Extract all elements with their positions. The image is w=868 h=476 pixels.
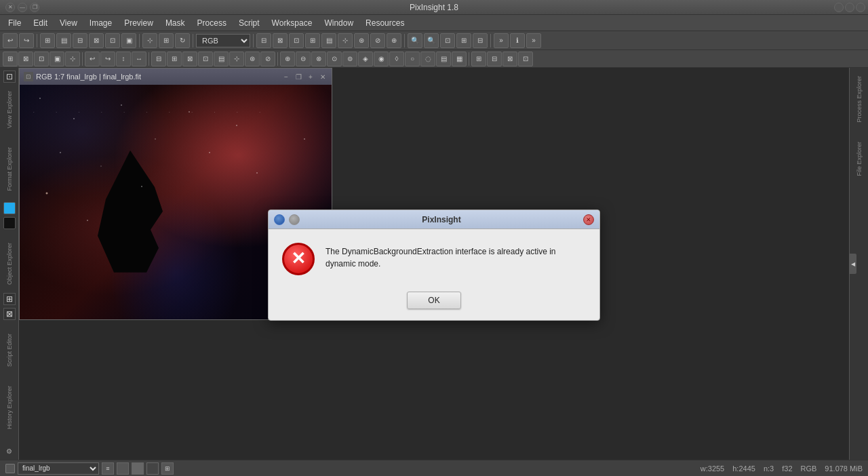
t2-btn-17[interactable]: ⊘ bbox=[260, 52, 275, 66]
t2-btn-25[interactable]: ◊ bbox=[389, 52, 404, 66]
menu-image[interactable]: Image bbox=[84, 17, 117, 29]
t2-btn-4[interactable]: ▣ bbox=[50, 52, 64, 66]
process-explorer-label[interactable]: Process Explorer bbox=[856, 71, 863, 128]
t2-btn-31[interactable]: ⊟ bbox=[487, 52, 502, 66]
menu-script[interactable]: Script bbox=[233, 17, 265, 29]
btn5[interactable]: ▣ bbox=[121, 33, 136, 48]
t2-btn-24[interactable]: ◉ bbox=[374, 52, 389, 66]
t2-btn-10[interactable]: ⊟ bbox=[151, 52, 166, 66]
t2-btn-5[interactable]: ⊹ bbox=[65, 52, 80, 66]
zoom-in-btn[interactable]: 🔍 bbox=[408, 33, 422, 48]
window-restore-btn[interactable]: ❐ bbox=[30, 3, 39, 12]
menu-window[interactable]: Window bbox=[319, 17, 359, 29]
ok-button[interactable]: OK bbox=[407, 292, 461, 309]
t2-btn-32[interactable]: ⊠ bbox=[502, 52, 517, 66]
t2-btn-15[interactable]: ⊹ bbox=[229, 52, 244, 66]
file-explorer-label[interactable]: File Explorer bbox=[856, 136, 863, 182]
t2-btn-29[interactable]: ▦ bbox=[452, 52, 467, 66]
t2-btn-27[interactable]: ◌ bbox=[420, 52, 435, 66]
tb-btn-9[interactable]: ⊞ bbox=[305, 33, 320, 48]
menu-process[interactable]: Process bbox=[192, 17, 232, 29]
t2-btn-9[interactable]: ↔ bbox=[132, 52, 146, 66]
status-btn-1[interactable]: ≡ bbox=[102, 462, 114, 475]
t2-btn-3[interactable]: ⊡ bbox=[34, 52, 49, 66]
menu-preview[interactable]: Preview bbox=[119, 17, 159, 29]
active-image-select[interactable]: final_lrgb bbox=[18, 462, 99, 475]
tb-btn-13[interactable]: ⊘ bbox=[370, 33, 385, 48]
left-icon-2[interactable]: ⊞ bbox=[3, 293, 16, 305]
t2-btn-30[interactable]: ⊞ bbox=[471, 52, 486, 66]
format-explorer-label[interactable]: Format Explorer bbox=[6, 142, 13, 197]
image-restore-btn[interactable]: ❐ bbox=[294, 72, 303, 81]
status-btn-4[interactable] bbox=[146, 462, 159, 475]
rotate-btn[interactable]: ↻ bbox=[175, 33, 190, 48]
dialog-close-button[interactable]: ✕ bbox=[583, 214, 594, 225]
new-image-btn[interactable]: ⊞ bbox=[40, 33, 55, 48]
menu-workspace[interactable]: Workspace bbox=[267, 17, 318, 29]
t2-btn-2[interactable]: ⊠ bbox=[18, 52, 33, 66]
object-explorer-label[interactable]: Object Explorer bbox=[6, 237, 13, 290]
script-editor-label[interactable]: Script Editor bbox=[6, 328, 13, 372]
redo-btn[interactable]: ↪ bbox=[19, 33, 34, 48]
left-icon-3[interactable]: ⊠ bbox=[3, 308, 16, 320]
menu-edit[interactable]: Edit bbox=[28, 17, 53, 29]
t2-btn-12[interactable]: ⊠ bbox=[182, 52, 197, 66]
t2-btn-21[interactable]: ⊙ bbox=[327, 52, 342, 66]
t2-btn-7[interactable]: ↪ bbox=[100, 52, 115, 66]
img-info-btn[interactable]: ℹ bbox=[510, 33, 525, 48]
view-explorer-label[interactable]: View Explorer bbox=[6, 85, 13, 134]
t2-btn-1[interactable]: ⊞ bbox=[3, 52, 18, 66]
image-title-bar[interactable]: ⊡ RGB 1:7 final_lrgb | final_lrgb.fit − … bbox=[20, 68, 332, 85]
select-btn[interactable]: ⊹ bbox=[142, 33, 157, 48]
t2-btn-18[interactable]: ⊕ bbox=[280, 52, 295, 66]
window-minimize-btn[interactable]: — bbox=[18, 3, 27, 12]
tb-btn-7[interactable]: ⊠ bbox=[273, 33, 288, 48]
tb-btn-11[interactable]: ⊹ bbox=[338, 33, 353, 48]
menu-file[interactable]: File bbox=[3, 17, 26, 29]
status-btn-3[interactable] bbox=[132, 462, 144, 475]
tb-btn-12[interactable]: ⊛ bbox=[354, 33, 369, 48]
t2-btn-14[interactable]: ▤ bbox=[214, 52, 229, 66]
right-collapse-arrow[interactable]: ◀ bbox=[850, 254, 856, 274]
zoom-fit-btn[interactable]: ⊡ bbox=[440, 33, 455, 48]
t2-btn-28[interactable]: ▤ bbox=[436, 52, 451, 66]
status-btn-5[interactable]: ⊞ bbox=[161, 462, 174, 475]
win-ctrl-3[interactable] bbox=[856, 3, 865, 12]
t2-btn-13[interactable]: ⊡ bbox=[198, 52, 213, 66]
t2-btn-33[interactable]: ⊡ bbox=[518, 52, 533, 66]
menu-resources[interactable]: Resources bbox=[360, 17, 410, 29]
save-as-btn[interactable]: ⊠ bbox=[89, 33, 104, 48]
tb-btn-8[interactable]: ⊡ bbox=[289, 33, 304, 48]
undo-btn[interactable]: ↩ bbox=[3, 33, 18, 48]
t2-btn-16[interactable]: ⊛ bbox=[245, 52, 260, 66]
t2-btn-23[interactable]: ◈ bbox=[358, 52, 373, 66]
history-explorer-label[interactable]: History Explorer bbox=[6, 380, 13, 435]
menu-mask[interactable]: Mask bbox=[160, 17, 191, 29]
tb-btn-10[interactable]: ▤ bbox=[321, 33, 336, 48]
t2-btn-22[interactable]: ⊚ bbox=[342, 52, 357, 66]
image-close-btn[interactable]: ✕ bbox=[318, 72, 328, 81]
t2-btn-20[interactable]: ⊗ bbox=[311, 52, 326, 66]
t2-btn-8[interactable]: ↕ bbox=[116, 52, 131, 66]
image-minimize-btn[interactable]: − bbox=[281, 72, 291, 81]
tb-btn-6[interactable]: ⊟ bbox=[256, 33, 271, 48]
zoom-1-btn[interactable]: ⊞ bbox=[456, 33, 471, 48]
menu-view[interactable]: View bbox=[54, 17, 83, 29]
t2-btn-19[interactable]: ⊖ bbox=[296, 52, 311, 66]
open-btn[interactable]: ▤ bbox=[56, 33, 71, 48]
color-fg[interactable] bbox=[3, 202, 16, 214]
color-mode-select[interactable]: RGB bbox=[196, 34, 250, 47]
dialog-title-bar[interactable]: PixInsight ✕ bbox=[269, 210, 599, 229]
left-bottom-icon[interactable]: ⚙ bbox=[3, 445, 16, 457]
crop-btn[interactable]: ⊞ bbox=[159, 33, 174, 48]
close-btn[interactable]: ⊡ bbox=[105, 33, 120, 48]
extra-btn[interactable]: » bbox=[526, 33, 541, 48]
t2-btn-11[interactable]: ⊞ bbox=[167, 52, 182, 66]
save-btn[interactable]: ⊟ bbox=[73, 33, 87, 48]
zoom-out-btn[interactable]: 🔍 bbox=[424, 33, 439, 48]
image-maximize-btn[interactable]: + bbox=[306, 72, 315, 81]
tb-btn-14[interactable]: ⊕ bbox=[387, 33, 401, 48]
more-btn[interactable]: » bbox=[494, 33, 509, 48]
color-bg[interactable] bbox=[3, 217, 16, 229]
left-panel-icon[interactable]: ⊡ bbox=[3, 71, 16, 83]
